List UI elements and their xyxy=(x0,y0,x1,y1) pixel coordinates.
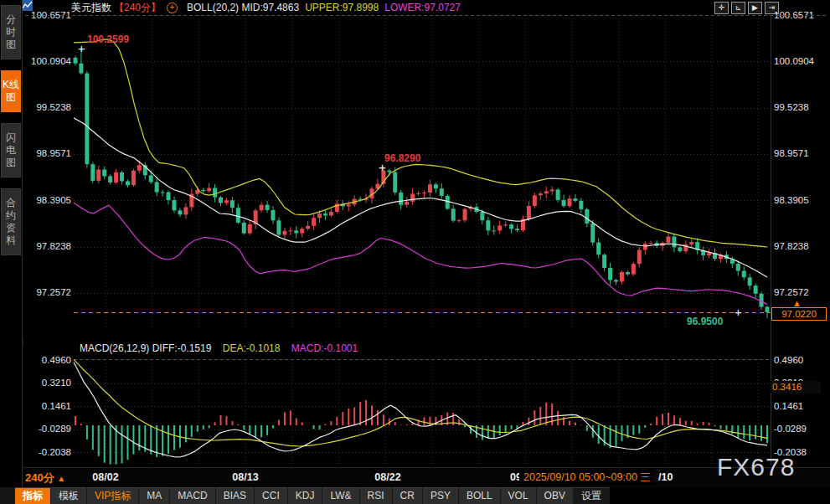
sidebar-tab-1[interactable]: 分时图 xyxy=(1,5,21,59)
time-axis-bar: 240分 ▲ 08/0208/1308/2209/10 2025/09/10 0… xyxy=(0,467,830,488)
chart-application: 美元指数 【240分】 + BOLL(20,2) MID:97.4863 UPP… xyxy=(0,0,830,504)
menu-item-VOL[interactable]: VOL xyxy=(501,487,537,504)
low-price-label: 96.9500 xyxy=(687,316,723,327)
symbol-name: 美元指数 xyxy=(71,1,111,15)
marker-cross-icon: + xyxy=(735,305,742,319)
menu-item-KDJ[interactable]: KDJ xyxy=(288,487,323,504)
menu-item-OBV[interactable]: OBV xyxy=(537,487,574,504)
macd-macd-value: MACD:-0.1001 xyxy=(291,342,358,354)
menu-item-MACD[interactable]: MACD xyxy=(170,487,215,504)
watermark: FX678 xyxy=(717,453,795,481)
candle-time-tooltip: 2025/09/10 05:00~09:00 三 xyxy=(519,470,655,486)
indicator-menu-bar: 指标模板VIP指标MAMACDBIASCCIKDJLW&RSICRPSYBOLL… xyxy=(0,487,830,504)
chevron-up-icon: ▲ xyxy=(57,474,65,483)
period-tag: 【240分】 xyxy=(114,1,161,15)
menu-item-设置[interactable]: 设置 xyxy=(574,487,610,504)
macd-current-badge: 0.3416 xyxy=(770,381,821,393)
chart-canvas[interactable] xyxy=(0,0,830,504)
menu-item-模板[interactable]: 模板 xyxy=(51,487,87,504)
add-indicator-icon[interactable]: + xyxy=(167,3,178,13)
macd-diff-value: MACD(26,12,9) DIFF:-0.1519 xyxy=(80,342,211,354)
sidebar-tab-4[interactable]: 合约资料 xyxy=(1,188,21,255)
time-axis-label: 08/02 xyxy=(80,468,131,487)
menu-item-BIAS[interactable]: BIAS xyxy=(216,487,255,504)
macd-header: MACD(26,12,9) DIFF:-0.1519 DEA:-0.1018 M… xyxy=(80,342,366,354)
current-price-badge: 97.0220 xyxy=(771,307,827,321)
time-axis-label: 08/13 xyxy=(220,468,271,487)
sidebar: 分时图K线图闪电图合约资料 xyxy=(0,0,23,504)
period-selector[interactable]: 240分 ▲ xyxy=(25,468,65,488)
menu-item-VIP指标[interactable]: VIP指标 xyxy=(87,487,139,504)
price-marker-triangle-icon: ▲ xyxy=(792,298,802,308)
marker-cross-icon: + xyxy=(379,160,386,174)
menu-item-MA[interactable]: MA xyxy=(139,487,170,504)
menu-spacer xyxy=(0,487,15,504)
boll-lower-value: LOWER:97.0727 xyxy=(384,2,461,13)
chart-header: 美元指数 【240分】 + BOLL(20,2) MID:97.4863 UPP… xyxy=(22,0,830,15)
menu-item-RSI[interactable]: RSI xyxy=(360,487,393,504)
sidebar-tab-3[interactable]: 闪电图 xyxy=(1,123,21,177)
marker-cross-icon: + xyxy=(78,41,85,55)
high-price-label: 100.2599 xyxy=(87,33,129,45)
swing-high-label: 96.8290 xyxy=(384,152,420,164)
menu-item-LW&[interactable]: LW& xyxy=(322,487,359,504)
menu-item-CCI[interactable]: CCI xyxy=(255,487,288,504)
menu-item-指标[interactable]: 指标 xyxy=(15,487,51,504)
boll-indicator-label: BOLL(20,2) MID:97.4863 xyxy=(187,2,299,13)
menu-item-BOLL[interactable]: BOLL xyxy=(459,487,501,504)
menu-item-PSY[interactable]: PSY xyxy=(423,487,459,504)
time-axis-label: /10 xyxy=(658,468,673,487)
sidebar-tab-2[interactable]: K线图 xyxy=(1,70,21,112)
macd-dea-value: DEA:-0.1018 xyxy=(223,342,281,354)
boll-upper-value: UPPER:97.8998 xyxy=(305,2,379,13)
menu-item-CR[interactable]: CR xyxy=(393,487,423,504)
time-axis-label: 08/22 xyxy=(363,468,413,487)
